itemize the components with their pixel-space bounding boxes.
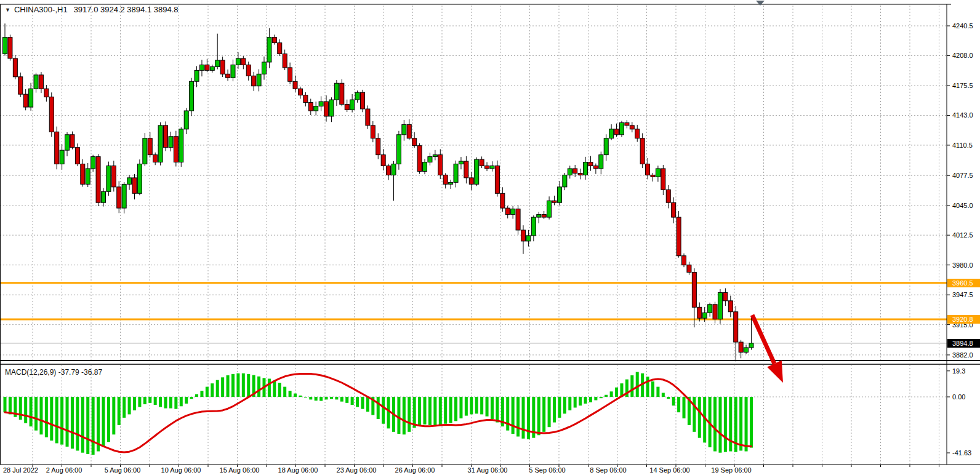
- trading-chart-window: ▼CHINA300-,H13917.0 3924.2 3894.1 3894.8…: [0, 0, 980, 475]
- time-axis-label: 5 Aug 06:00: [105, 466, 141, 474]
- macd-axis-label: -41.63: [952, 449, 971, 457]
- symbol-info[interactable]: ▼CHINA300-,H13917.0 3924.2 3894.1 3894.8: [5, 5, 179, 14]
- time-axis-label: 26 Aug 06:00: [395, 466, 435, 474]
- time-axis-label: 28 Jul 2022: [3, 466, 38, 474]
- time-axis-label: 14 Sep 06:00: [649, 466, 689, 474]
- macd-name: MACD(12,26,9): [5, 368, 56, 377]
- time-axis-label: 2 Aug 06:00: [46, 466, 82, 474]
- time-axis-label: 31 Aug 06:00: [468, 466, 508, 474]
- collapse-quote-icon[interactable]: ▼: [5, 7, 10, 13]
- price-axis-label: 3947.5: [952, 291, 973, 298]
- price-axis-label: 4143.0: [952, 111, 973, 119]
- current-price-badge: 3894.8: [947, 339, 980, 348]
- ohlc-values: 3917.0 3924.2 3894.1 3894.8: [74, 5, 179, 14]
- macd-axis-label: 0.00: [952, 393, 965, 401]
- support-line-price-badge: 3920.8: [947, 315, 980, 324]
- chart-canvas[interactable]: [0, 0, 980, 475]
- grid: [0, 6, 947, 464]
- price-axis-label: 4240.5: [952, 22, 973, 30]
- time-axis-label: 18 Aug 06:00: [278, 466, 318, 474]
- symbol-timeframe: CHINA300-,H1: [14, 5, 68, 14]
- candles: [3, 23, 753, 361]
- time-axis-label: 5 Sep 06:00: [529, 466, 565, 474]
- trend-arrow[interactable]: [752, 315, 783, 383]
- resistance-line-price-badge: 3960.5: [947, 279, 980, 287]
- time-axis-label: 10 Aug 06:00: [161, 466, 201, 474]
- price-axis-label: 4110.5: [952, 142, 973, 149]
- time-axis-label: 15 Aug 06:00: [220, 466, 260, 474]
- macd-indicator-label: MACD(12,26,9) -37.79 -36.87: [5, 368, 102, 377]
- price-axis-label: 4045.0: [952, 202, 973, 209]
- scroll-end-marker-icon[interactable]: [756, 1, 765, 6]
- time-axis-label: 19 Sep 06:00: [711, 466, 751, 474]
- chart-frame: [0, 4, 980, 467]
- time-axis-label: 23 Aug 06:00: [337, 466, 377, 474]
- macd-values: -37.79 -36.87: [58, 368, 102, 377]
- price-axis-label: 3882.0: [952, 351, 973, 359]
- price-axis-label: 4012.5: [952, 231, 973, 239]
- price-axis-label: 3980.0: [952, 261, 973, 269]
- price-axis-label: 4208.0: [952, 52, 973, 59]
- price-axis-label: 4175.5: [952, 82, 973, 89]
- price-axis-label: 4077.5: [952, 172, 973, 179]
- macd-axis-label: 19.3: [952, 367, 965, 375]
- time-axis-label: 8 Sep 06:00: [590, 466, 626, 474]
